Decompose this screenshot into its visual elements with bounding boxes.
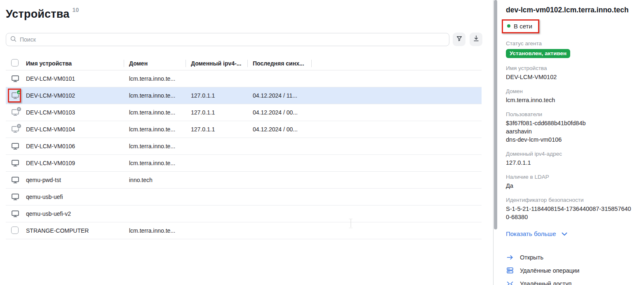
field-value: $3f67f081-cdd688b41b0fd84b [506, 119, 633, 127]
device-type-icon [11, 142, 19, 150]
device-type-icon [11, 176, 19, 184]
show-more-link[interactable]: Показать больше [506, 230, 634, 237]
device-domain: lcm.terra.inno.te... [129, 92, 175, 99]
device-name: DEV-LCM-VM0101 [26, 75, 75, 82]
device-domain: lcm.terra.inno.te... [129, 227, 175, 234]
field-value: dns-dev-lcm-vm0106 [506, 135, 633, 144]
action-удалённые-операции[interactable]: Удалённые операции [506, 264, 634, 277]
table-row[interactable]: DEV-LCM-VM0101lcm.terra.inno.te... [6, 70, 482, 87]
detail-field: Пользователи$3f67f081-cdd688b41b0fd84baa… [506, 111, 634, 144]
monitor-icon [11, 77, 19, 84]
device-domain: inno.tech [129, 177, 153, 183]
field-value: S-1-5-21-1184408154-1736440087-315857640… [506, 205, 633, 221]
table-row[interactable]: DEV-LCM-VM0106lcm.terra.inno.te... [6, 138, 482, 155]
column-divider [247, 60, 248, 67]
table-row[interactable]: STRANGE-COMPUTERlcm.terra.inno.te... [6, 222, 482, 239]
device-type-icon [11, 108, 19, 117]
action-label: Открыть [520, 254, 543, 261]
filter-icon [456, 35, 463, 44]
search-input[interactable] [6, 33, 449, 46]
device-domain: lcm.terra.inno.te... [129, 109, 175, 116]
detail-field: Имя устройстваDEV-LCM-VM0102 [506, 65, 634, 81]
device-ip: 127.0.1.1 [191, 109, 215, 116]
device-table: DEV-LCM-VM0101lcm.terra.inno.te...DEV-LC… [6, 70, 482, 239]
device-type-icon [11, 159, 19, 167]
device-name: DEV-LCM-VM0109 [26, 160, 75, 166]
field-label: Имя устройства [506, 65, 634, 71]
table-row[interactable]: DEV-LCM-VM0109lcm.terra.inno.te... [6, 155, 482, 172]
details-panel: dev-lcm-vm0102.lcm.terra.inno.tech В сет… [493, 0, 644, 285]
online-status: В сети [514, 23, 532, 30]
monitor-offline-icon [11, 111, 19, 118]
online-status-annotation: В сети [502, 19, 539, 33]
agent-status-badge: Установлен, активен [506, 49, 570, 58]
table-row[interactable]: DEV-LCM-VM0102lcm.terra.inno.te...127.0.… [6, 87, 482, 104]
field-label: Домен [506, 88, 634, 94]
column-header-ip[interactable]: Доменный ipv4-... [191, 60, 241, 67]
row-checkbox[interactable] [11, 227, 19, 234]
field-value: aarshavin [506, 127, 633, 135]
server-icon [506, 267, 514, 274]
action-открыть[interactable]: Открыть [506, 251, 634, 264]
device-type-icon [11, 193, 19, 201]
filter-button[interactable] [453, 33, 465, 46]
column-divider [311, 60, 312, 67]
download-icon [473, 35, 479, 44]
device-ip: 127.0.1.1 [191, 92, 215, 99]
search-field[interactable] [20, 36, 445, 43]
device-type-icon [11, 91, 19, 100]
table-row[interactable]: qemu-usb-uefi-v2 [6, 206, 482, 222]
scrollbar[interactable] [494, 0, 497, 229]
device-fields: Статус агентаУстановлен, активенИмя устр… [506, 40, 634, 221]
device-type-icon [11, 227, 19, 235]
device-domain: lcm.terra.inno.te... [129, 143, 175, 150]
action-label: Удалённый доступ [520, 280, 571, 285]
device-type-icon [11, 75, 19, 83]
column-header-name[interactable]: Имя устройства [26, 60, 72, 67]
device-ip: 127.0.1.1 [191, 126, 215, 133]
column-header-sync[interactable]: Последняя синх... [253, 60, 304, 67]
action-удалённый-доступ[interactable]: Удалённый доступ [506, 277, 634, 285]
device-name: DEV-LCM-VM0106 [26, 143, 75, 150]
monitor-icon [11, 196, 19, 202]
device-type-icon [11, 125, 19, 133]
device-sync: 04.12.2024 / 00... [253, 109, 298, 116]
select-all-checkbox[interactable] [11, 59, 19, 68]
column-divider [186, 60, 186, 67]
field-label: Наличие в LDAP [506, 174, 634, 180]
detail-field: Статус агентаУстановлен, активен [506, 40, 634, 58]
device-name: DEV-LCM-VM0103 [26, 109, 75, 116]
field-value: 127.0.1.1 [506, 159, 633, 167]
column-divider [124, 60, 124, 67]
export-button[interactable] [470, 33, 482, 46]
field-label: Статус агента [506, 40, 634, 47]
monitor-online-icon [11, 94, 19, 101]
field-value: Да [506, 182, 633, 190]
field-label: Доменный ipv4-адрес [506, 151, 634, 157]
column-header-domain[interactable]: Домен [129, 60, 148, 67]
device-sync: 04.12.2024 / 11... [253, 92, 297, 99]
devices-page: Устройства10 Имя устройства Домен Доменн… [0, 0, 493, 285]
table-row[interactable]: DEV-LCM-VM0103lcm.terra.inno.te...127.0.… [6, 104, 482, 121]
table-row[interactable]: DEV-LCM-VM0104lcm.terra.inno.te...127.0.… [6, 121, 482, 138]
field-value: lcm.terra.inno.tech [506, 96, 633, 104]
device-name: DEV-LCM-VM0102 [26, 92, 75, 99]
monitor-icon [11, 213, 19, 219]
page-title: Устройства10 [6, 7, 79, 21]
table-header: Имя устройства Домен Доменный ipv4-... П… [6, 56, 482, 70]
device-name: qemu-usb-uefi [26, 194, 63, 200]
action-label: Удалённые операции [520, 267, 579, 274]
monitor-icon [11, 162, 19, 168]
table-row[interactable]: qemu-usb-uefi [6, 189, 482, 206]
device-name: DEV-LCM-VM0104 [26, 126, 75, 133]
online-dot-icon [507, 24, 510, 28]
table-row[interactable]: qemu-pwd-tstinno.tech [6, 172, 482, 189]
device-actions: ОткрытьУдалённые операцииУдалённый досту… [506, 251, 634, 285]
panel-title: dev-lcm-vm0102.lcm.terra.inno.tech [506, 6, 634, 15]
device-sync: 04.12.2024 / 00... [253, 126, 298, 133]
monitor-icon [11, 179, 19, 185]
field-label: Идентификатор безопасности [506, 197, 634, 203]
device-name: STRANGE-COMPUTER [26, 227, 89, 234]
field-value: DEV-LCM-VM0102 [506, 73, 633, 81]
monitor-icon [11, 145, 19, 152]
